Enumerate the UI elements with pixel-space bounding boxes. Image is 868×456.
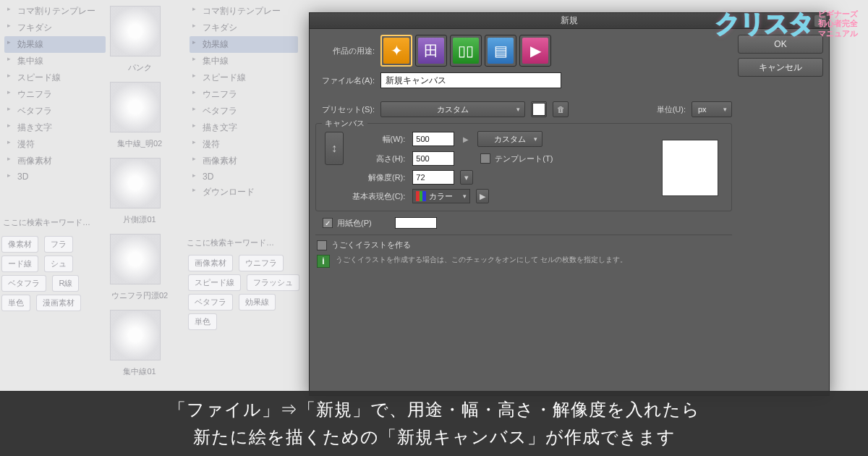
purpose-book[interactable]: ▯▯ — [450, 35, 482, 67]
purpose-row: 作品の用途: ✦ 田 ▯▯ ▤ ▶ — [315, 35, 732, 67]
thumb — [110, 82, 161, 132]
dialog-title: 新規 — [561, 14, 578, 27]
filename-label: ファイル名(A): — [315, 75, 375, 86]
tree-item: 集中線 — [4, 53, 106, 69]
info-text: うごくイラストを作成する場合は、このチェックをオンにして セルの枚数を指定します… — [336, 255, 627, 265]
bg-search-label2: ここに検索キーワード… — [187, 237, 274, 248]
tree-item: スピード線 — [190, 69, 298, 86]
caption-line2: 新たに絵を描くための「新規キャンバス」が作成できます — [193, 423, 676, 451]
template-checkbox[interactable] — [480, 153, 490, 164]
bg-thumbs: パンク 集中線_明02 片側漂01 ウニフラ円漂02 集中線01 — [107, 3, 172, 383]
width-label: 幅(W): — [352, 134, 405, 145]
tree-item: 3D — [190, 169, 298, 184]
height-input[interactable] — [412, 151, 454, 166]
unit-label: 単位(U): — [657, 104, 686, 115]
purpose-comic[interactable]: 田 — [415, 35, 447, 67]
filename-input[interactable] — [380, 72, 561, 88]
resolution-input[interactable] — [412, 170, 454, 185]
paper-checkbox[interactable] — [323, 218, 333, 228]
caption-bar: 「ファイル」⇒「新規」で、用途・幅・高さ・解像度を入れたら 新たに絵を描くための… — [0, 391, 868, 456]
thumb — [110, 310, 161, 360]
canvas-group-title: キャンバス — [322, 118, 367, 129]
tree-item: 漫符 — [4, 136, 106, 153]
tree-item: コマ割りテンプレー — [190, 3, 298, 20]
tree-item: 効果線 — [190, 36, 298, 53]
logo-main: クリスタ — [715, 7, 814, 41]
preset-label: プリセット(S): — [315, 104, 375, 115]
purpose-illustration[interactable]: ✦ — [380, 35, 412, 67]
preset-row: プリセット(S): カスタム 🗑 単位(U): px — [315, 101, 732, 117]
moving-label: うごくイラストを作る — [331, 240, 411, 250]
resolution-dropdown-icon[interactable]: ▾ — [460, 170, 473, 185]
tree-item: ウニフラ — [190, 86, 298, 103]
preset-delete-button[interactable]: 🗑 — [553, 101, 569, 117]
filename-row: ファイル名(A): — [315, 72, 732, 88]
height-label: 高さ(H): — [352, 153, 405, 164]
tree-item: ダウンロード — [190, 184, 298, 200]
tree-item: 画像素材 — [4, 153, 106, 169]
bg-tags-left: 像素材 フラ ード線 シュ ベタフラ R線 単色 漫画素材 — [0, 235, 101, 313]
info-row: i うごくイラストを作成する場合は、このチェックをオンにして セルの枚数を指定し… — [315, 255, 732, 268]
bg-search-label: ここに検索キーワード… — [3, 217, 90, 228]
purpose-print[interactable]: ▤ — [485, 35, 516, 67]
info-icon: i — [317, 255, 330, 268]
tree-item: ベタフラ — [4, 103, 106, 119]
paper-label: 用紙色(P) — [337, 218, 372, 229]
canvas-preview — [662, 140, 718, 196]
tree-item: ベタフラ — [190, 103, 298, 119]
paper-color-swatch[interactable] — [395, 217, 437, 229]
thumb — [110, 234, 161, 284]
preset-swatch-button[interactable] — [531, 101, 547, 117]
tree-item: フキダシ — [190, 20, 298, 36]
bg-tree-left: コマ割りテンプレー フキダシ 効果線 集中線 スピード線 ウニフラ ベタフラ 描… — [4, 3, 106, 184]
logo-sub: ビギナーズ 初心者完全 マニュアル — [818, 9, 858, 38]
color-bars-icon — [416, 191, 426, 201]
tree-item: 集中線 — [190, 53, 298, 69]
canvas-group: キャンバス ↕ 幅(W): ▶ カスタム 高さ(H): — [315, 123, 732, 211]
colormode-expand-icon[interactable]: ▶ — [476, 189, 489, 203]
swap-wh-icon[interactable]: ↕ — [325, 132, 344, 165]
tree-item: 効果線 — [4, 36, 106, 53]
tree-item: 3D — [4, 169, 106, 184]
chevron-right-icon: ▶ — [463, 135, 469, 143]
tree-item: ウニフラ — [4, 86, 106, 103]
tree-item: 描き文字 — [4, 119, 106, 136]
caption-line1: 「ファイル」⇒「新規」で、用途・幅・高さ・解像度を入れたら — [169, 396, 700, 423]
colormode-dropdown[interactable]: カラー — [412, 189, 470, 203]
width-input[interactable] — [412, 132, 454, 146]
template-label: テンプレート(T) — [495, 153, 553, 164]
colormode-label: 基本表現色(C): — [352, 191, 405, 202]
paper-row: 用紙色(P) — [315, 217, 732, 229]
new-canvas-dialog: 新規 × 作品の用途: ✦ 田 ▯▯ ▤ ▶ ファイル名(A): プリセット(S… — [309, 12, 830, 396]
purpose-label: 作品の用途: — [315, 46, 375, 56]
bg-tree-mid: コマ割りテンプレー フキダシ 効果線 集中線 スピード線 ウニフラ ベタフラ 描… — [190, 3, 298, 200]
tree-item: 画像素材 — [190, 153, 298, 169]
moving-checkbox[interactable] — [317, 240, 327, 250]
bg-tags-right: 画像素材 ウニフラ スピード線 フラッシュ ベタフラ 効果線 単色 — [187, 253, 302, 332]
moving-row: うごくイラストを作る — [315, 240, 732, 250]
thumb — [110, 158, 161, 208]
purpose-animation[interactable]: ▶ — [519, 35, 551, 67]
thumb — [110, 6, 161, 56]
size-preset-dropdown[interactable]: カスタム — [477, 131, 542, 147]
tree-item: スピード線 — [4, 69, 106, 86]
tree-item: 漫符 — [190, 136, 298, 153]
tree-item: コマ割りテンプレー — [4, 3, 106, 20]
resolution-label: 解像度(R): — [352, 172, 405, 183]
preset-dropdown[interactable]: カスタム — [380, 101, 525, 117]
tree-item: 描き文字 — [190, 119, 298, 136]
unit-dropdown[interactable]: px — [692, 101, 732, 117]
cancel-button[interactable]: キャンセル — [738, 58, 823, 77]
tree-item: フキダシ — [4, 20, 106, 36]
logo: クリスタ ビギナーズ 初心者完全 マニュアル — [715, 7, 858, 41]
